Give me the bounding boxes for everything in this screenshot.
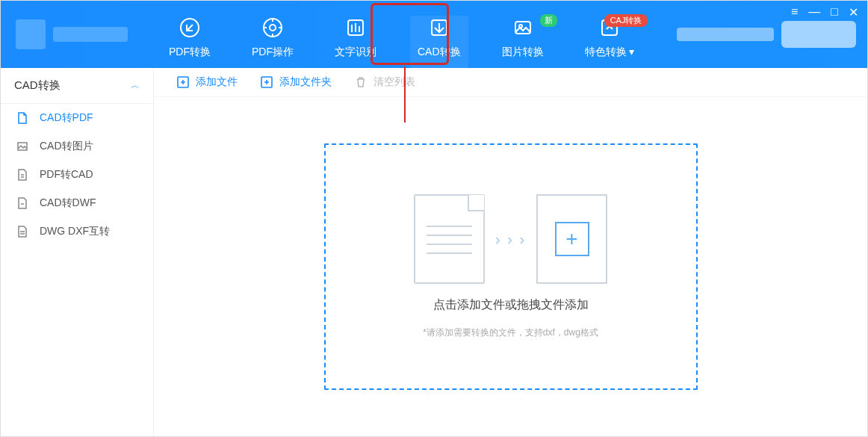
minimize-icon[interactable]: ― bbox=[808, 5, 820, 19]
arrow-icon: › › › bbox=[495, 231, 526, 248]
document-icon bbox=[414, 194, 485, 284]
add-box-icon: + bbox=[536, 194, 607, 284]
dropzone-title: 点击添加文件或拖拽文件添加 bbox=[433, 297, 589, 313]
menu-icon[interactable]: ≡ bbox=[791, 5, 798, 19]
dwf-file-icon bbox=[16, 197, 29, 209]
pdf-file-icon bbox=[16, 112, 29, 124]
trash-icon bbox=[354, 75, 368, 89]
image-file-icon bbox=[16, 140, 29, 152]
nav-pdf-convert[interactable]: PDF转换 bbox=[161, 16, 218, 68]
chevron-up-icon: ︿ bbox=[131, 79, 140, 92]
cad-file-icon bbox=[16, 169, 29, 181]
sidebar-item-dwg-dxf[interactable]: DWG DXF互转 bbox=[1, 217, 153, 246]
toolbar-label: 添加文件 bbox=[196, 75, 238, 89]
swap-file-icon bbox=[16, 226, 29, 238]
main-nav: PDF转换 PDF操作 文字识别 CAD转换 新 图片转换 bbox=[143, 1, 642, 68]
pdf-operate-icon bbox=[261, 16, 285, 40]
maximize-icon[interactable]: □ bbox=[831, 5, 838, 19]
dropzone[interactable]: › › › + 点击添加文件或拖拽文件添加 *请添加需要转换的文件，支持dxf，… bbox=[324, 143, 698, 390]
image-convert-icon bbox=[511, 16, 535, 40]
add-folder-icon bbox=[260, 75, 273, 89]
badge-caj: CAJ转换 bbox=[604, 14, 648, 27]
logo-text bbox=[53, 27, 128, 42]
sidebar-item-cad-to-image[interactable]: CAD转图片 bbox=[1, 132, 153, 161]
dropzone-hint: *请添加需要转换的文件，支持dxf，dwg格式 bbox=[423, 326, 598, 339]
close-icon[interactable]: ✕ bbox=[849, 5, 858, 19]
nav-label: 文字识别 bbox=[335, 46, 376, 59]
pdf-convert-icon bbox=[178, 16, 202, 40]
svg-rect-5 bbox=[515, 22, 530, 34]
window-controls: ≡ ― □ ✕ bbox=[791, 5, 858, 19]
main-area: 添加文件 添加文件夹 清空列表 › › › + bbox=[154, 68, 867, 436]
user-info bbox=[677, 28, 774, 41]
nav-label: PDF操作 bbox=[252, 46, 294, 59]
sidebar-item-cad-to-pdf[interactable]: CAD转PDF bbox=[1, 104, 153, 132]
header-action-button[interactable] bbox=[781, 21, 856, 48]
svg-point-2 bbox=[270, 25, 276, 31]
sidebar-title: CAD转换 bbox=[14, 78, 61, 93]
chevron-down-icon: ▾ bbox=[629, 46, 634, 58]
app-header: PDF转换 PDF操作 文字识别 CAD转换 新 图片转换 bbox=[1, 1, 867, 68]
sidebar-item-label: CAD转图片 bbox=[40, 140, 93, 153]
sidebar-item-label: DWG DXF互转 bbox=[40, 225, 110, 238]
nav-label: PDF转换 bbox=[169, 46, 211, 59]
sidebar: CAD转换 ︿ CAD转PDF CAD转图片 PDF转CAD CAD转DWF D… bbox=[1, 68, 154, 436]
drop-illustration: › › › + bbox=[414, 194, 607, 284]
cad-convert-icon bbox=[427, 16, 451, 40]
nav-label: CAD转换 bbox=[418, 46, 461, 59]
add-file-button[interactable]: 添加文件 bbox=[176, 75, 238, 89]
toolbar: 添加文件 添加文件夹 清空列表 bbox=[154, 68, 867, 97]
nav-ocr[interactable]: 文字识别 bbox=[327, 16, 384, 68]
clear-list-button[interactable]: 清空列表 bbox=[354, 75, 415, 89]
sidebar-item-label: PDF转CAD bbox=[40, 168, 93, 182]
nav-image-convert[interactable]: 新 图片转换 bbox=[495, 16, 551, 68]
sidebar-item-label: CAD转DWF bbox=[40, 196, 96, 210]
ocr-icon bbox=[344, 16, 368, 40]
sidebar-item-label: CAD转PDF bbox=[40, 111, 93, 125]
logo-icon bbox=[16, 19, 46, 49]
logo-area bbox=[1, 19, 143, 49]
nav-pdf-operate[interactable]: PDF操作 bbox=[244, 16, 301, 68]
sidebar-item-pdf-to-cad[interactable]: PDF转CAD bbox=[1, 161, 153, 189]
badge-new: 新 bbox=[540, 14, 557, 27]
nav-label: 特色转换 ▾ bbox=[585, 46, 635, 59]
toolbar-label: 清空列表 bbox=[373, 75, 415, 89]
nav-special-convert[interactable]: CAJ转换 特色转换 ▾ bbox=[577, 16, 642, 68]
add-folder-button[interactable]: 添加文件夹 bbox=[260, 75, 332, 89]
nav-label: 图片转换 bbox=[502, 46, 544, 59]
add-file-icon bbox=[176, 75, 190, 89]
sidebar-item-cad-to-dwf[interactable]: CAD转DWF bbox=[1, 189, 153, 217]
toolbar-label: 添加文件夹 bbox=[279, 75, 332, 89]
nav-cad-convert[interactable]: CAD转换 bbox=[410, 16, 468, 68]
sidebar-header[interactable]: CAD转换 ︿ bbox=[1, 68, 153, 104]
